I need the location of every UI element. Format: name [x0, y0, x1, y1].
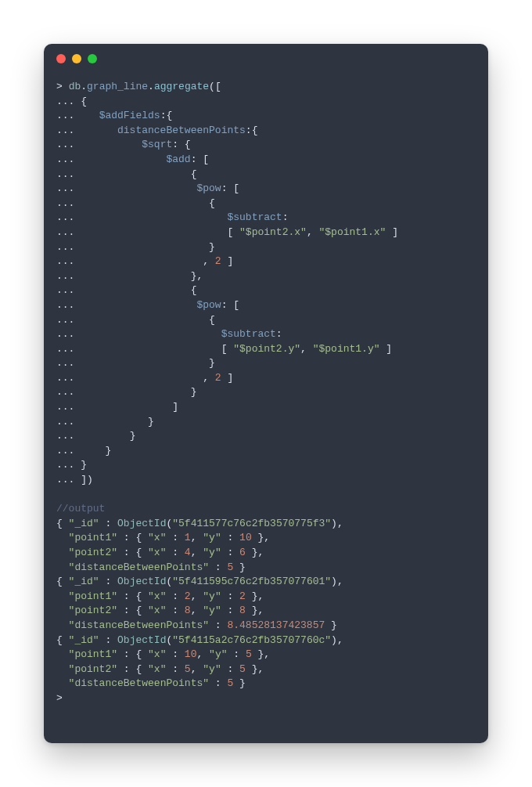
code-line: ... ]	[56, 400, 476, 415]
method-name: aggregate	[154, 81, 209, 92]
code-line: ... }	[56, 240, 476, 255]
addfields-op: $addFields	[99, 110, 160, 121]
add-op: $add	[166, 153, 190, 165]
code-line: ... {	[56, 283, 476, 298]
num-two: 2	[215, 255, 221, 267]
code-line: ... [ "$point2.x", "$point1.x" ]	[56, 226, 476, 240]
subtract-op: $subtract	[227, 211, 282, 223]
output-line: "point1" : { "x" : 10, "y" : 5 },	[56, 648, 476, 662]
pow-op: $pow	[196, 299, 221, 311]
subtract-op: $subtract	[221, 328, 276, 340]
code-line: ... , 2 ]	[56, 255, 476, 269]
pow-op: $pow	[196, 182, 221, 194]
output-line: "point2" : { "x" : 5, "y" : 5 },	[56, 662, 476, 677]
code-line: ... }	[56, 429, 476, 444]
code-line: ... {	[56, 95, 476, 110]
close-icon[interactable]	[56, 54, 66, 63]
db-object: db	[69, 81, 81, 92]
prompt-line: >	[56, 691, 476, 706]
str-point1y: "$point1.y"	[313, 343, 380, 355]
code-line: ... }	[56, 444, 476, 459]
code-line: ... [ "$point2.y", "$point1.y" ]	[56, 342, 476, 357]
code-line: ... }	[56, 458, 476, 473]
output-line: "distanceBetweenPoints" : 5 }	[56, 677, 476, 691]
code-line: ... distanceBetweenPoints:{	[56, 124, 476, 139]
code-line: ... $addFields:{	[56, 109, 476, 124]
output-line: "point2" : { "x" : 8, "y" : 8 },	[56, 604, 476, 619]
terminal-window: > db.graph_line.aggregate([... {... $add…	[44, 44, 488, 743]
code-line: ... $add: [	[56, 153, 476, 168]
num-two: 2	[215, 372, 221, 384]
output-comment: //output	[56, 502, 476, 517]
code-line: ... }	[56, 356, 476, 371]
code-line: ... $sqrt: {	[56, 138, 476, 153]
output-line: { "_id" : ObjectId("5f4115a2c76c2fb35707…	[56, 634, 476, 648]
output-line: { "_id" : ObjectId("5f411595c76c2fb35707…	[56, 575, 476, 590]
code-line: ... }	[56, 415, 476, 430]
cont-symbol: ...	[56, 96, 74, 107]
code-line: ... $pow: [	[56, 182, 476, 197]
code-line: ... , 2 ]	[56, 371, 476, 386]
code-line: ... $subtract:	[56, 327, 476, 342]
window-titlebar	[44, 44, 488, 74]
output-line: "point2" : { "x" : 4, "y" : 6 },	[56, 546, 476, 561]
blank-line	[56, 488, 476, 503]
code-block: > db.graph_line.aggregate([... {... $add…	[44, 74, 488, 719]
code-line: > db.graph_line.aggregate([	[56, 80, 476, 95]
sqrt-op: $sqrt	[142, 139, 172, 150]
code-line: ... $pow: [	[56, 298, 476, 313]
str-point2x: "$point2.x"	[239, 226, 307, 238]
output-line: { "_id" : ObjectId("5f411577c76c2fb35707…	[56, 517, 476, 532]
code-line: ... ])	[56, 473, 476, 488]
code-line: ... }	[56, 385, 476, 400]
code-line: ... {	[56, 313, 476, 328]
minimize-icon[interactable]	[72, 54, 81, 63]
code-line: ... {	[56, 168, 476, 182]
output-line: "point1" : { "x" : 2, "y" : 2 },	[56, 590, 476, 605]
distance-field: distanceBetweenPoints	[117, 125, 246, 136]
collection-name: graph_line	[87, 81, 148, 92]
code-line: ... $subtract:	[56, 211, 476, 226]
prompt-symbol: >	[56, 81, 63, 92]
str-point1x: "$point1.x"	[319, 226, 386, 238]
code-line: ... {	[56, 197, 476, 211]
str-point2y: "$point2.y"	[233, 343, 300, 355]
output-line: "distanceBetweenPoints" : 8.485281374238…	[56, 619, 476, 634]
output-line: "distanceBetweenPoints" : 5 }	[56, 561, 476, 576]
code-line: ... },	[56, 269, 476, 284]
output-line: "point1" : { "x" : 1, "y" : 10 },	[56, 531, 476, 546]
zoom-icon[interactable]	[88, 54, 97, 63]
